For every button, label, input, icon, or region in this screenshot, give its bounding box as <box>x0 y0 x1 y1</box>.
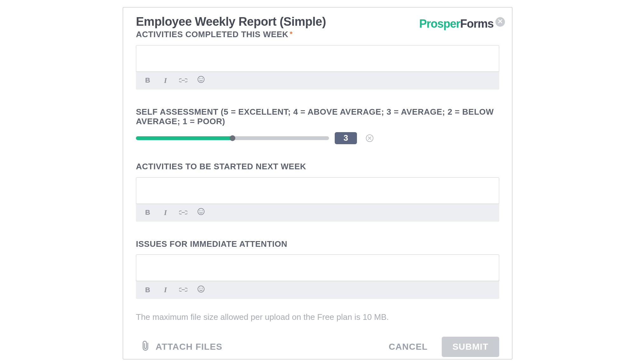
italic-icon: I <box>164 76 167 85</box>
link-icon <box>179 76 187 85</box>
slider-value-badge: 3 <box>335 132 357 144</box>
attach-files-label: ATTACH FILES <box>156 342 222 352</box>
svg-point-4 <box>199 210 200 211</box>
toolbar-issues: B I <box>136 281 499 299</box>
label-activities-next: ACTIVITIES TO BE STARTED NEXT WEEK <box>136 162 499 172</box>
italic-icon: I <box>164 286 167 294</box>
bold-icon: B <box>145 76 150 84</box>
label-issues: ISSUES FOR IMMEDIATE ATTENTION <box>136 239 499 249</box>
section-issues: ISSUES FOR IMMEDIATE ATTENTION B I <box>136 239 499 299</box>
editor-issues <box>136 254 499 281</box>
italic-button[interactable]: I <box>161 76 170 85</box>
italic-button[interactable]: I <box>161 208 170 217</box>
toolbar-activities-completed: B I <box>136 72 499 90</box>
link-button[interactable] <box>179 208 188 217</box>
input-activities-completed[interactable] <box>136 45 499 71</box>
section-activities-completed: ACTIVITIES COMPLETED THIS WEEK* B I <box>136 30 499 90</box>
svg-point-5 <box>202 210 203 211</box>
paperclip-icon <box>142 340 150 354</box>
close-button[interactable] <box>495 17 505 27</box>
clear-circle-icon <box>368 135 371 141</box>
svg-point-3 <box>198 208 204 215</box>
slider-fill <box>136 136 232 140</box>
link-button[interactable] <box>179 76 188 85</box>
slider-clear-button[interactable] <box>366 134 373 142</box>
italic-button[interactable]: I <box>161 286 170 294</box>
link-button[interactable] <box>179 286 188 294</box>
submit-button[interactable]: SUBMIT <box>442 337 499 357</box>
input-activities-next[interactable] <box>136 178 499 204</box>
self-assessment-slider[interactable] <box>136 136 329 140</box>
link-icon <box>179 208 187 217</box>
label-activities-completed: ACTIVITIES COMPLETED THIS WEEK* <box>136 30 499 39</box>
bold-button[interactable]: B <box>143 76 152 85</box>
emoji-icon <box>197 208 205 217</box>
emoji-icon <box>197 76 205 85</box>
emoji-icon <box>197 285 205 295</box>
label-self-assessment: SELF ASSESSMENT (5 = EXCELLENT; 4 = ABOV… <box>136 107 499 126</box>
svg-point-8 <box>202 288 203 289</box>
modal-header: Employee Weekly Report (Simple) ProsperF… <box>136 13 499 30</box>
label-text: ACTIVITIES COMPLETED THIS WEEK <box>136 30 288 39</box>
upload-size-note: The maximum file size allowed per upload… <box>136 312 499 322</box>
emoji-button[interactable] <box>197 208 205 217</box>
form-title: Employee Weekly Report (Simple) <box>136 15 326 29</box>
link-icon <box>179 286 187 294</box>
bold-icon: B <box>145 286 150 294</box>
form-footer: ATTACH FILES CANCEL SUBMIT <box>136 337 499 357</box>
logo-part-2: Forms <box>460 17 494 30</box>
svg-point-6 <box>198 286 204 292</box>
emoji-button[interactable] <box>197 76 205 85</box>
required-star-icon: * <box>290 30 292 38</box>
attach-files-button[interactable]: ATTACH FILES <box>142 340 222 354</box>
slider-thumb[interactable] <box>230 135 235 141</box>
slider-row: 3 <box>136 132 499 144</box>
toolbar-activities-next: B I <box>136 204 499 222</box>
section-activities-next: ACTIVITIES TO BE STARTED NEXT WEEK B I <box>136 162 499 222</box>
close-icon <box>498 19 502 25</box>
cancel-button[interactable]: CANCEL <box>389 342 428 352</box>
bold-icon: B <box>145 208 150 217</box>
emoji-button[interactable] <box>197 286 205 294</box>
brand-logo: ProsperForms <box>419 17 494 30</box>
logo-part-1: Prosper <box>419 17 460 30</box>
bold-button[interactable]: B <box>143 208 152 217</box>
section-self-assessment: SELF ASSESSMENT (5 = EXCELLENT; 4 = ABOV… <box>136 107 499 144</box>
italic-icon: I <box>164 208 167 217</box>
svg-point-1 <box>199 78 200 79</box>
input-issues[interactable] <box>136 255 499 281</box>
editor-activities-next <box>136 177 499 204</box>
svg-point-0 <box>198 76 204 83</box>
editor-activities-completed <box>136 45 499 72</box>
svg-point-7 <box>199 288 200 289</box>
form-modal: Employee Weekly Report (Simple) ProsperF… <box>123 7 513 360</box>
bold-button[interactable]: B <box>143 286 152 294</box>
footer-actions: CANCEL SUBMIT <box>389 337 499 357</box>
svg-point-2 <box>202 78 203 79</box>
